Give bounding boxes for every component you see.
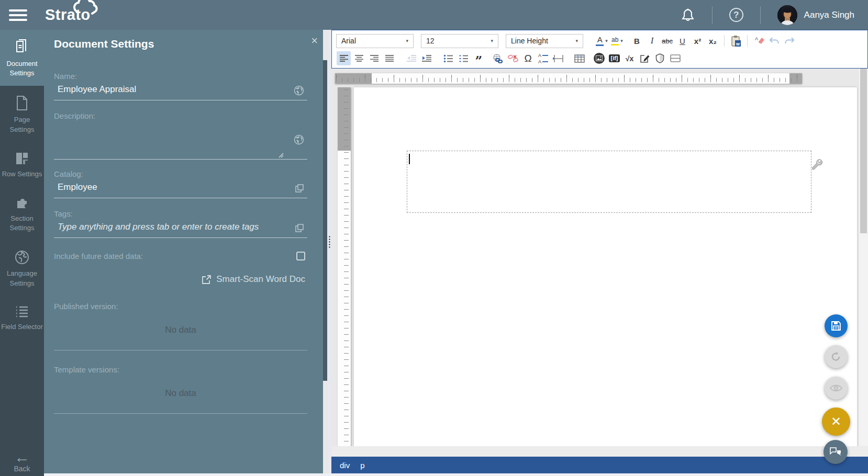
globe-icon xyxy=(14,250,30,265)
comments-button[interactable] xyxy=(824,440,848,464)
catalog-input[interactable]: Employee xyxy=(54,178,307,198)
help-icon[interactable]: ? xyxy=(729,8,743,22)
tags-placeholder: Type anything and press tab or enter to … xyxy=(58,222,259,232)
outdent-button[interactable] xyxy=(404,51,418,65)
future-dated-checkbox[interactable] xyxy=(296,252,305,260)
preview-button[interactable] xyxy=(825,377,848,400)
close-editor-button[interactable]: ✕ xyxy=(822,407,850,436)
undo-button[interactable] xyxy=(767,34,781,48)
formula-button[interactable]: √x xyxy=(622,51,637,65)
conditional-if-button[interactable]: [if] xyxy=(607,51,621,65)
sidebar-item-page-settings[interactable]: Page Settings xyxy=(0,86,44,142)
horizontal-ruler[interactable] xyxy=(335,73,802,84)
font-family-value: Arial xyxy=(341,37,356,45)
numbered-list-button[interactable] xyxy=(457,51,471,65)
document-settings-panel: × Document Settings Name: Employee Appra… xyxy=(44,30,323,476)
app-window: Strato ? xyxy=(0,0,868,476)
name-input[interactable]: Employee Appraisal xyxy=(54,81,307,100)
future-dated-label: Include future dated data: xyxy=(54,252,143,260)
sidebar-item-language-settings[interactable]: Language Settings xyxy=(0,241,44,296)
blockquote-button[interactable]: ” xyxy=(472,51,486,65)
sidebar-item-section-settings[interactable]: Section Settings xyxy=(0,187,44,241)
copy-icon[interactable] xyxy=(295,184,304,193)
app-logo: Strato xyxy=(45,0,91,30)
special-character-button[interactable]: Ω xyxy=(521,51,535,65)
highlight-color-button[interactable]: ab ▾ xyxy=(610,34,624,48)
font-size-select[interactable]: 12 ▾ xyxy=(421,34,498,48)
help-glyph: ? xyxy=(733,10,739,20)
insert-table-button[interactable] xyxy=(572,51,586,65)
sidebar-item-field-selector[interactable]: Field Selector xyxy=(0,296,44,339)
text-color-button[interactable]: A ▾ xyxy=(595,34,609,48)
notification-bell-icon[interactable] xyxy=(681,7,695,23)
document-page[interactable] xyxy=(354,87,857,446)
unlink-button[interactable] xyxy=(506,51,520,65)
name-value: Employee Appraisal xyxy=(58,84,136,94)
font-family-select[interactable]: Arial ▾ xyxy=(336,34,414,48)
align-justify-button[interactable] xyxy=(382,51,396,65)
paste-from-word-button[interactable]: w xyxy=(729,34,743,48)
translate-globe-icon[interactable] xyxy=(294,85,304,96)
line-height-select[interactable]: Line Height ▾ xyxy=(506,34,583,48)
row-settings-icon xyxy=(14,151,30,166)
line-style-glyph: A xyxy=(538,59,541,64)
subscript-button[interactable]: x₂ xyxy=(706,34,720,48)
splitter-grip-icon xyxy=(328,235,331,249)
divider xyxy=(747,35,748,47)
close-panel-icon[interactable]: × xyxy=(311,35,318,47)
panel-resize-splitter[interactable] xyxy=(327,30,331,476)
template-versions-label: Template versions: xyxy=(54,365,307,374)
editor-workspace xyxy=(331,69,868,446)
close-x-icon: ✕ xyxy=(831,414,841,429)
text-block-placeholder[interactable] xyxy=(407,151,811,213)
divider xyxy=(712,6,713,24)
path-tag-div[interactable]: div xyxy=(340,461,350,470)
insert-link-button[interactable] xyxy=(491,51,505,65)
align-right-button[interactable] xyxy=(367,51,381,65)
signature-button[interactable] xyxy=(638,51,652,65)
element-path-bar: div p xyxy=(331,457,868,474)
split-cell-button[interactable] xyxy=(668,51,682,65)
redo-button[interactable] xyxy=(782,34,796,48)
indent-button[interactable] xyxy=(419,51,433,65)
sidebar-item-document-settings[interactable]: Document Settings xyxy=(0,30,44,86)
page-break-button[interactable] xyxy=(551,51,565,65)
bold-button[interactable]: B xyxy=(630,34,644,48)
horizontal-scroll-track[interactable] xyxy=(331,446,868,457)
block-settings-wrench-icon[interactable] xyxy=(809,156,824,171)
user-name[interactable]: Aanya Singh xyxy=(804,10,854,20)
clear-formatting-button[interactable]: A xyxy=(752,34,766,48)
italic-button[interactable]: I xyxy=(645,34,659,48)
back-button[interactable]: ← Back xyxy=(0,450,44,473)
external-link-icon xyxy=(202,275,212,285)
translate-globe-icon[interactable] xyxy=(294,134,304,145)
vertical-ruler[interactable] xyxy=(338,87,351,446)
revert-button[interactable] xyxy=(825,345,848,368)
insert-image-button[interactable] xyxy=(592,51,606,65)
protect-shield-button[interactable] xyxy=(653,51,667,65)
strikethrough-button[interactable]: abc xyxy=(660,34,674,48)
underline-button[interactable]: U xyxy=(675,34,689,48)
divider xyxy=(54,350,307,350)
bullet-list-button[interactable] xyxy=(441,51,455,65)
path-tag-p[interactable]: p xyxy=(360,461,364,470)
section-settings-icon xyxy=(14,196,30,210)
save-button[interactable] xyxy=(825,314,848,337)
copy-icon[interactable] xyxy=(295,223,304,233)
superscript-button[interactable]: x² xyxy=(691,34,705,48)
eye-icon xyxy=(829,383,843,393)
align-center-button[interactable] xyxy=(352,51,366,65)
hamburger-menu-icon[interactable] xyxy=(9,7,27,24)
scrollbar-thumb[interactable] xyxy=(860,69,867,233)
panel-scrollbar[interactable] xyxy=(323,60,327,381)
resize-handle-icon[interactable] xyxy=(279,153,284,158)
sidebar-item-row-settings[interactable]: Row Settings xyxy=(0,142,44,187)
line-style-button[interactable]: A A xyxy=(536,51,550,65)
line-style-glyph: A xyxy=(538,53,541,58)
description-textarea[interactable] xyxy=(54,120,307,160)
tags-input[interactable]: Type anything and press tab or enter to … xyxy=(54,218,307,238)
avatar[interactable] xyxy=(777,5,797,25)
align-left-button[interactable] xyxy=(337,51,351,65)
editor-scrollbar[interactable] xyxy=(859,69,868,446)
smart-scan-word-doc-link[interactable]: Smart-Scan Word Doc xyxy=(54,274,307,285)
